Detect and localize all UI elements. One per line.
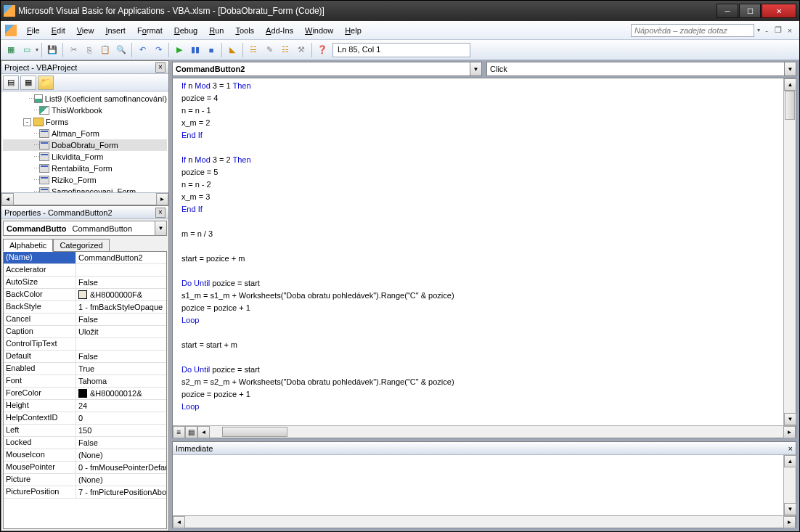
tree-item[interactable]: ⋯Rentabilita_Form xyxy=(3,163,167,174)
toggle-folders-button[interactable]: 📁 xyxy=(38,75,54,90)
property-row[interactable]: ForeColor&H80000012& xyxy=(4,388,166,400)
procedure-combo[interactable]: Click ▼ xyxy=(486,62,796,76)
mdi-restore-button[interactable]: ❐ xyxy=(773,25,783,36)
property-row[interactable]: HelpContextID0 xyxy=(4,412,166,425)
minimize-button[interactable]: ─ xyxy=(717,4,738,18)
project-hscroll[interactable]: ◄ ► xyxy=(1,192,168,205)
menu-debug[interactable]: Debug xyxy=(168,24,203,37)
properties-panel-header[interactable]: Properties - CommandButton2 × xyxy=(1,206,168,219)
code-hscroll-left-button[interactable]: ◄ xyxy=(197,426,210,438)
titlebar[interactable]: Microsoft Visual Basic for Applications … xyxy=(1,1,799,21)
menu-addins[interactable]: Add-Ins xyxy=(260,24,299,37)
project-tree[interactable]: ⋯List9 (Koeficient samofinancování)⋯This… xyxy=(1,91,168,192)
vscroll-up-button[interactable]: ▲ xyxy=(784,78,796,91)
property-value[interactable]: True xyxy=(76,363,166,375)
menu-window[interactable]: Window xyxy=(299,24,339,37)
property-value[interactable]: &H80000012& xyxy=(76,388,166,399)
property-row[interactable]: (Name)CommandButton2 xyxy=(4,252,166,264)
properties-grid[interactable]: (Name)CommandButton2AcceleratorAutoSizeF… xyxy=(3,251,167,529)
object-browser-button[interactable]: ☷ xyxy=(278,43,293,57)
maximize-button[interactable]: ☐ xyxy=(739,4,761,18)
cut-button[interactable]: ✂ xyxy=(66,43,81,57)
code-vscroll[interactable]: ▲ ▼ xyxy=(783,78,796,425)
object-combo[interactable]: CommandButton2 ▼ xyxy=(172,62,482,76)
menu-tools[interactable]: Tools xyxy=(229,24,260,37)
property-row[interactable]: MouseIcon(None) xyxy=(4,449,166,462)
combo-arrow-icon[interactable]: ▼ xyxy=(155,221,166,235)
insert-dropdown-icon[interactable]: ▾ xyxy=(36,46,38,53)
property-value[interactable]: 0 xyxy=(76,412,166,424)
vscroll-thumb[interactable] xyxy=(785,91,795,120)
hscroll-left-button[interactable]: ◄ xyxy=(1,193,14,205)
property-row[interactable]: ControlTipText xyxy=(4,338,166,351)
find-button[interactable]: 🔍 xyxy=(114,43,128,57)
help-button[interactable]: ❓ xyxy=(315,43,330,57)
vscroll-down-button[interactable]: ▼ xyxy=(784,413,796,425)
menu-view[interactable]: View xyxy=(71,24,100,37)
help-dropdown-icon[interactable]: ▾ xyxy=(757,27,760,33)
immediate-vscroll-up[interactable]: ▲ xyxy=(784,455,796,467)
project-explorer-button[interactable]: ☵ xyxy=(246,43,261,57)
properties-object-combo[interactable]: CommandButto CommandButton ▼ xyxy=(3,221,167,236)
property-value[interactable]: &H8000000F& xyxy=(76,289,166,300)
tab-alphabetic[interactable]: Alphabetic xyxy=(3,239,53,252)
immediate-hscroll-right[interactable]: ► xyxy=(783,516,796,528)
view-excel-button[interactable]: ▦ xyxy=(4,43,18,57)
property-row[interactable]: BackColor&H8000000F& xyxy=(4,289,166,301)
property-row[interactable]: Left150 xyxy=(4,425,166,437)
tree-item[interactable]: ⋯DobaObratu_Form xyxy=(3,139,167,151)
property-value[interactable]: 1 - fmBackStyleOpaque xyxy=(76,301,166,313)
property-value[interactable]: False xyxy=(76,351,166,362)
property-row[interactable]: AutoSizeFalse xyxy=(4,277,166,289)
tree-item[interactable]: ⋯ThisWorkbook xyxy=(3,105,167,116)
immediate-close-button[interactable]: × xyxy=(788,444,793,453)
view-code-button[interactable]: ▤ xyxy=(3,75,19,90)
mdi-minimize-button[interactable]: - xyxy=(762,25,772,36)
menu-run[interactable]: Run xyxy=(203,24,229,37)
immediate-hscroll-left[interactable]: ◄ xyxy=(173,516,185,528)
property-row[interactable]: CancelFalse xyxy=(4,314,166,326)
properties-panel-close-button[interactable]: × xyxy=(155,208,166,218)
code-hscroll-track[interactable] xyxy=(210,426,783,438)
property-value[interactable]: 150 xyxy=(76,425,166,436)
object-combo-arrow-icon[interactable]: ▼ xyxy=(470,62,481,75)
property-value[interactable]: False xyxy=(76,314,166,325)
property-value[interactable]: (None) xyxy=(76,449,166,461)
immediate-content[interactable]: ▲ ▼ ◄ ► xyxy=(173,455,796,528)
hscroll-right-button[interactable]: ► xyxy=(156,193,168,205)
code-hscroll[interactable]: ≡ ▤ ◄ ► xyxy=(173,425,796,438)
immediate-hscroll-track[interactable] xyxy=(185,516,783,528)
tree-item[interactable]: ⋯Riziko_Form xyxy=(3,174,167,186)
property-value[interactable]: False xyxy=(76,277,166,288)
property-row[interactable]: Picture(None) xyxy=(4,474,166,486)
tab-categorized[interactable]: Categorized xyxy=(53,239,109,252)
property-value[interactable]: CommandButton2 xyxy=(76,252,166,263)
toolbox-button[interactable]: ⚒ xyxy=(294,43,309,57)
procedure-combo-arrow-icon[interactable]: ▼ xyxy=(784,62,796,75)
menu-help[interactable]: Help xyxy=(339,24,367,37)
menu-insert[interactable]: Insert xyxy=(99,24,131,37)
break-button[interactable]: ▮▮ xyxy=(188,43,203,57)
code-hscroll-thumb[interactable] xyxy=(222,427,287,437)
help-search-input[interactable] xyxy=(631,24,754,37)
immediate-vscroll[interactable]: ▲ ▼ xyxy=(783,455,796,515)
tree-toggle-icon[interactable]: - xyxy=(23,118,31,126)
code-content[interactable]: If n Mod 3 = 1 Then pozice = 4 n = n - 1… xyxy=(173,78,796,425)
menu-format[interactable]: Format xyxy=(131,24,168,37)
hscroll-track[interactable] xyxy=(14,193,156,205)
properties-button[interactable]: ✎ xyxy=(262,43,277,57)
property-row[interactable]: LockedFalse xyxy=(4,437,166,449)
tree-item[interactable]: ⋯Likvidita_Form xyxy=(3,151,167,163)
property-value[interactable]: 0 - fmMousePointerDefault xyxy=(76,462,166,473)
immediate-vscroll-down[interactable]: ▼ xyxy=(784,503,796,515)
paste-button[interactable]: 📋 xyxy=(98,43,113,57)
property-value[interactable]: (None) xyxy=(76,474,166,486)
project-panel-header[interactable]: Project - VBAProject × xyxy=(1,61,168,74)
mdi-close-button[interactable]: × xyxy=(785,25,795,36)
property-row[interactable]: CaptionUložit xyxy=(4,326,166,338)
close-button[interactable]: ✕ xyxy=(762,4,796,18)
property-value[interactable]: 7 - fmPicturePositionAboveCenter xyxy=(76,486,166,498)
property-value[interactable]: Uložit xyxy=(76,326,166,337)
code-hscroll-right-button[interactable]: ► xyxy=(783,426,796,438)
property-value[interactable]: False xyxy=(76,437,166,449)
